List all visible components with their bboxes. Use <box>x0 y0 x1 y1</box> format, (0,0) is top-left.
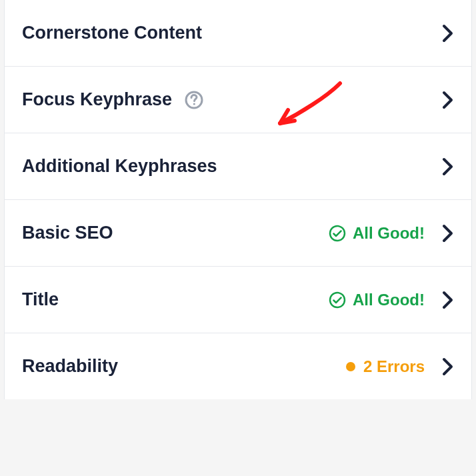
item-label: Title <box>22 289 59 310</box>
item-cornerstone-content[interactable]: Cornerstone Content <box>5 0 471 66</box>
status-badge: All Good! <box>329 224 425 243</box>
svg-point-3 <box>330 293 345 307</box>
item-focus-keyphrase[interactable]: Focus Keyphrase <box>5 66 471 133</box>
chevron-right-icon <box>442 24 454 43</box>
chevron-right-icon <box>442 291 454 309</box>
item-label: Basic SEO <box>22 223 113 243</box>
item-label: Focus Keyphrase <box>22 89 172 110</box>
help-icon[interactable] <box>184 90 204 110</box>
svg-point-4 <box>346 362 355 371</box>
status-text: 2 Errors <box>363 357 425 376</box>
check-circle-icon <box>329 225 346 242</box>
chevron-right-icon <box>442 357 454 376</box>
item-additional-keyphrases[interactable]: Additional Keyphrases <box>5 133 471 199</box>
chevron-right-icon <box>442 224 454 243</box>
status-text: All Good! <box>353 291 425 309</box>
status-badge: 2 Errors <box>345 357 425 376</box>
svg-point-1 <box>193 103 195 105</box>
check-circle-icon <box>329 291 346 309</box>
item-readability[interactable]: Readability 2 Errors <box>5 333 471 399</box>
chevron-right-icon <box>442 157 454 176</box>
item-basic-seo[interactable]: Basic SEO All Good! <box>5 199 471 266</box>
item-label: Readability <box>22 356 118 377</box>
item-label: Additional Keyphrases <box>22 156 217 177</box>
svg-point-2 <box>330 226 345 241</box>
status-text: All Good! <box>353 224 425 243</box>
chevron-right-icon <box>442 91 454 109</box>
dot-icon <box>345 361 357 373</box>
status-badge: All Good! <box>329 291 425 309</box>
item-label: Cornerstone Content <box>22 23 202 43</box>
item-title[interactable]: Title All Good! <box>5 266 471 333</box>
